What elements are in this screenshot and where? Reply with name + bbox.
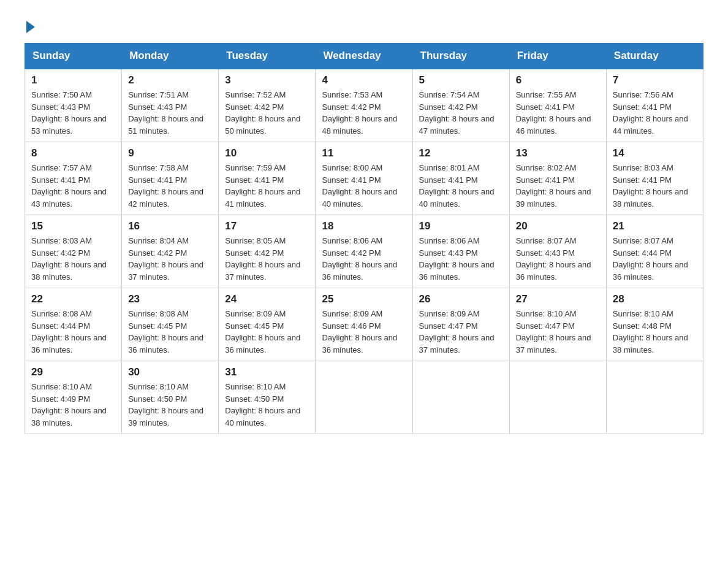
calendar-week-1: 1 Sunrise: 7:50 AM Sunset: 4:43 PM Dayli…	[25, 69, 703, 142]
day-info: Sunrise: 7:58 AM Sunset: 4:41 PM Dayligh…	[128, 162, 212, 210]
day-info: Sunrise: 8:02 AM Sunset: 4:41 PM Dayligh…	[516, 162, 600, 210]
calendar-cell: 17 Sunrise: 8:05 AM Sunset: 4:42 PM Dayl…	[219, 215, 316, 288]
day-number: 23	[128, 293, 212, 305]
calendar-cell: 1 Sunrise: 7:50 AM Sunset: 4:43 PM Dayli…	[25, 69, 122, 142]
day-number: 8	[31, 147, 115, 159]
day-info: Sunrise: 8:10 AM Sunset: 4:48 PM Dayligh…	[613, 308, 697, 356]
day-info: Sunrise: 7:56 AM Sunset: 4:41 PM Dayligh…	[613, 89, 697, 137]
calendar-cell: 8 Sunrise: 7:57 AM Sunset: 4:41 PM Dayli…	[25, 142, 122, 215]
day-number: 10	[225, 147, 309, 159]
calendar-cell: 23 Sunrise: 8:08 AM Sunset: 4:45 PM Dayl…	[122, 288, 219, 361]
day-info: Sunrise: 8:07 AM Sunset: 4:43 PM Dayligh…	[516, 235, 600, 283]
day-info: Sunrise: 8:08 AM Sunset: 4:45 PM Dayligh…	[128, 308, 212, 356]
day-info: Sunrise: 7:50 AM Sunset: 4:43 PM Dayligh…	[31, 89, 115, 137]
day-number: 7	[613, 74, 697, 86]
day-number: 28	[613, 293, 697, 305]
calendar-cell: 5 Sunrise: 7:54 AM Sunset: 4:42 PM Dayli…	[412, 69, 509, 142]
calendar-header-saturday: Saturday	[606, 44, 703, 69]
day-info: Sunrise: 8:09 AM Sunset: 4:47 PM Dayligh…	[419, 308, 503, 356]
day-number: 27	[516, 293, 600, 305]
day-number: 22	[31, 293, 115, 305]
day-number: 2	[128, 74, 212, 86]
calendar-cell: 22 Sunrise: 8:08 AM Sunset: 4:44 PM Dayl…	[25, 288, 122, 361]
day-info: Sunrise: 8:10 AM Sunset: 4:47 PM Dayligh…	[516, 308, 600, 356]
day-number: 19	[419, 220, 503, 232]
calendar-cell: 9 Sunrise: 7:58 AM Sunset: 4:41 PM Dayli…	[122, 142, 219, 215]
calendar-header-monday: Monday	[122, 44, 219, 69]
logo-arrow-icon	[26, 21, 35, 33]
day-number: 13	[516, 147, 600, 159]
logo	[25, 18, 35, 31]
day-info: Sunrise: 8:09 AM Sunset: 4:46 PM Dayligh…	[322, 308, 406, 356]
calendar-cell: 26 Sunrise: 8:09 AM Sunset: 4:47 PM Dayl…	[412, 288, 509, 361]
day-number: 3	[225, 74, 309, 86]
calendar-body: 1 Sunrise: 7:50 AM Sunset: 4:43 PM Dayli…	[25, 69, 703, 434]
day-info: Sunrise: 7:59 AM Sunset: 4:41 PM Dayligh…	[225, 162, 309, 210]
calendar-cell: 27 Sunrise: 8:10 AM Sunset: 4:47 PM Dayl…	[509, 288, 606, 361]
day-number: 12	[419, 147, 503, 159]
day-number: 30	[128, 366, 212, 378]
calendar-cell: 19 Sunrise: 8:06 AM Sunset: 4:43 PM Dayl…	[412, 215, 509, 288]
calendar-week-3: 15 Sunrise: 8:03 AM Sunset: 4:42 PM Dayl…	[25, 215, 703, 288]
day-info: Sunrise: 8:10 AM Sunset: 4:49 PM Dayligh…	[31, 381, 115, 429]
calendar-header-friday: Friday	[509, 44, 606, 69]
day-info: Sunrise: 7:53 AM Sunset: 4:42 PM Dayligh…	[322, 89, 406, 137]
calendar-cell	[412, 361, 509, 434]
calendar-week-5: 29 Sunrise: 8:10 AM Sunset: 4:49 PM Dayl…	[25, 361, 703, 434]
calendar-week-2: 8 Sunrise: 7:57 AM Sunset: 4:41 PM Dayli…	[25, 142, 703, 215]
day-number: 21	[613, 220, 697, 232]
calendar-header-wednesday: Wednesday	[316, 44, 412, 69]
logo-top	[25, 18, 35, 33]
day-info: Sunrise: 8:03 AM Sunset: 4:42 PM Dayligh…	[31, 235, 115, 283]
calendar-week-4: 22 Sunrise: 8:08 AM Sunset: 4:44 PM Dayl…	[25, 288, 703, 361]
calendar-cell	[316, 361, 412, 434]
day-info: Sunrise: 7:57 AM Sunset: 4:41 PM Dayligh…	[31, 162, 115, 210]
day-info: Sunrise: 8:05 AM Sunset: 4:42 PM Dayligh…	[225, 235, 309, 283]
day-info: Sunrise: 8:04 AM Sunset: 4:42 PM Dayligh…	[128, 235, 212, 283]
calendar-cell: 12 Sunrise: 8:01 AM Sunset: 4:41 PM Dayl…	[412, 142, 509, 215]
calendar-cell: 11 Sunrise: 8:00 AM Sunset: 4:41 PM Dayl…	[316, 142, 412, 215]
day-info: Sunrise: 8:08 AM Sunset: 4:44 PM Dayligh…	[31, 308, 115, 356]
calendar-cell: 20 Sunrise: 8:07 AM Sunset: 4:43 PM Dayl…	[509, 215, 606, 288]
day-number: 5	[419, 74, 503, 86]
day-number: 20	[516, 220, 600, 232]
calendar-cell: 7 Sunrise: 7:56 AM Sunset: 4:41 PM Dayli…	[606, 69, 703, 142]
day-info: Sunrise: 7:54 AM Sunset: 4:42 PM Dayligh…	[419, 89, 503, 137]
calendar-cell: 21 Sunrise: 8:07 AM Sunset: 4:44 PM Dayl…	[606, 215, 703, 288]
page-header	[25, 18, 703, 31]
calendar-cell: 15 Sunrise: 8:03 AM Sunset: 4:42 PM Dayl…	[25, 215, 122, 288]
day-info: Sunrise: 8:01 AM Sunset: 4:41 PM Dayligh…	[419, 162, 503, 210]
calendar-cell: 6 Sunrise: 7:55 AM Sunset: 4:41 PM Dayli…	[509, 69, 606, 142]
day-number: 25	[322, 293, 406, 305]
calendar-cell	[606, 361, 703, 434]
day-info: Sunrise: 8:00 AM Sunset: 4:41 PM Dayligh…	[322, 162, 406, 210]
day-info: Sunrise: 8:10 AM Sunset: 4:50 PM Dayligh…	[128, 381, 212, 429]
day-info: Sunrise: 7:52 AM Sunset: 4:42 PM Dayligh…	[225, 89, 309, 137]
day-info: Sunrise: 8:09 AM Sunset: 4:45 PM Dayligh…	[225, 308, 309, 356]
day-number: 18	[322, 220, 406, 232]
day-number: 31	[225, 366, 309, 378]
day-info: Sunrise: 8:10 AM Sunset: 4:50 PM Dayligh…	[225, 381, 309, 429]
day-info: Sunrise: 8:06 AM Sunset: 4:42 PM Dayligh…	[322, 235, 406, 283]
calendar-cell: 24 Sunrise: 8:09 AM Sunset: 4:45 PM Dayl…	[219, 288, 316, 361]
day-number: 6	[516, 74, 600, 86]
day-number: 1	[31, 74, 115, 86]
calendar-cell: 10 Sunrise: 7:59 AM Sunset: 4:41 PM Dayl…	[219, 142, 316, 215]
calendar-cell: 13 Sunrise: 8:02 AM Sunset: 4:41 PM Dayl…	[509, 142, 606, 215]
calendar-header-sunday: Sunday	[25, 44, 122, 69]
calendar-header-row: SundayMondayTuesdayWednesdayThursdayFrid…	[25, 44, 703, 69]
day-info: Sunrise: 7:55 AM Sunset: 4:41 PM Dayligh…	[516, 89, 600, 137]
calendar-cell: 3 Sunrise: 7:52 AM Sunset: 4:42 PM Dayli…	[219, 69, 316, 142]
day-number: 16	[128, 220, 212, 232]
day-info: Sunrise: 8:03 AM Sunset: 4:41 PM Dayligh…	[613, 162, 697, 210]
day-number: 29	[31, 366, 115, 378]
calendar-cell: 31 Sunrise: 8:10 AM Sunset: 4:50 PM Dayl…	[219, 361, 316, 434]
calendar-cell: 14 Sunrise: 8:03 AM Sunset: 4:41 PM Dayl…	[606, 142, 703, 215]
day-number: 4	[322, 74, 406, 86]
day-number: 17	[225, 220, 309, 232]
day-number: 15	[31, 220, 115, 232]
calendar-header: SundayMondayTuesdayWednesdayThursdayFrid…	[25, 44, 703, 69]
day-number: 9	[128, 147, 212, 159]
calendar-cell: 2 Sunrise: 7:51 AM Sunset: 4:43 PM Dayli…	[122, 69, 219, 142]
day-number: 14	[613, 147, 697, 159]
